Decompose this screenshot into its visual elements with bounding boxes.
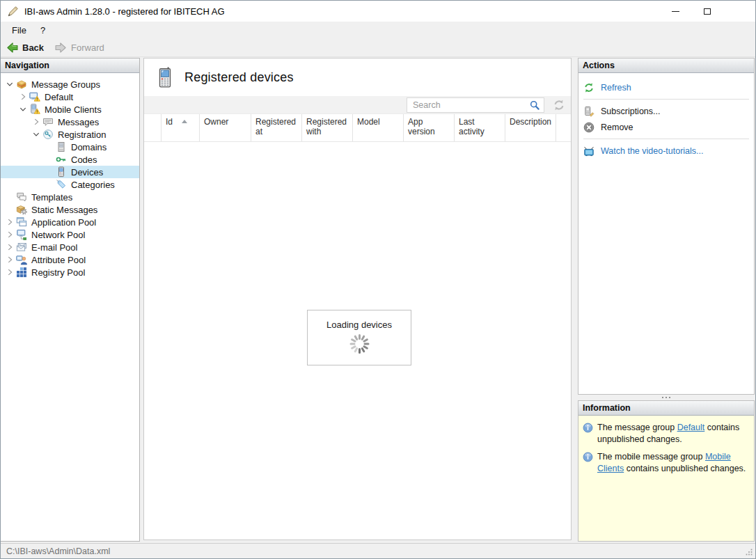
info-message-text: The mobile message group Mobile Clients … [597,451,748,474]
registration-icon [42,129,54,140]
panel-splitter[interactable] [578,395,755,400]
action-label: Remove [601,123,633,132]
resize-grip-icon[interactable] [744,547,754,557]
close-button[interactable] [723,1,755,22]
column-header-id[interactable]: Id [162,114,200,141]
action-remove[interactable]: Remove [578,119,754,135]
tree-item-label: Network Pool [31,230,85,240]
window-controls [659,1,755,22]
expander-collapsed-icon[interactable] [3,216,16,228]
column-header-model[interactable]: Model [353,114,404,141]
tree-item-message-groups[interactable]: Message Groups [1,78,139,90]
tree-item-registration[interactable]: Registration [1,128,139,141]
domains-icon [56,141,68,152]
side-column: Actions RefreshSubscriptions...RemoveWat… [578,58,755,542]
info-text: contains unpublished changes. [624,464,746,473]
column-header-registered-at[interactable]: Registered at [251,114,302,141]
messages-icon [42,116,54,127]
tree-item-attribute-pool[interactable]: Attribute Pool [1,253,139,266]
navigation-tree: Message GroupsDefaultMobile ClientsMessa… [1,73,139,541]
information-header: Information [578,401,754,416]
title-bar: IBI-aws Admin 1.28.0 - registered for IB… [1,1,755,22]
tree-item-application-pool[interactable]: Application Pool [1,216,139,228]
remove-icon [583,122,594,133]
tree-item-e-mail-pool[interactable]: E-mail Pool [1,241,139,253]
expander-collapsed-icon[interactable] [3,267,16,278]
menu-item-file[interactable]: File [5,22,33,39]
info-icon [583,452,593,474]
information-panel: Information The message group Default co… [578,400,755,542]
codes-icon [56,154,68,165]
column-header-last-activity[interactable]: Last activity [455,114,505,141]
tree-item-messages[interactable]: Messages [1,116,139,128]
column-header-owner[interactable]: Owner [200,114,251,141]
tree-item-label: Mobile Clients [45,104,102,115]
minimize-button[interactable] [659,1,691,22]
expander-collapsed-icon[interactable] [3,242,16,253]
search-input[interactable] [407,100,529,110]
tree-item-default[interactable]: Default [1,90,139,103]
expander-spacer [42,154,56,165]
tree-item-label: Registry Pool [31,267,85,278]
info-message: The mobile message group Mobile Clients … [583,451,748,474]
tree-item-templates[interactable]: Templates [1,191,139,203]
column-header-description[interactable]: Description [505,114,556,141]
column-header-label: Last activity [459,117,501,137]
info-link-default[interactable]: Default [677,423,705,432]
maximize-button[interactable] [691,1,723,22]
tree-item-codes[interactable]: Codes [1,153,139,166]
mobile-warning-icon [29,104,41,115]
information-list: The message group Default contains unpub… [578,416,754,541]
tree-item-label: Default [45,92,73,102]
actions-list: RefreshSubscriptions...RemoveWatch the v… [578,73,754,394]
action-refresh[interactable]: Refresh [578,79,754,95]
nav-toolbar: BackForward [1,39,755,57]
templates-icon [16,191,28,203]
mobile-phone-icon [157,67,173,88]
expander-expanded-icon[interactable] [29,129,42,140]
expander-collapsed-icon[interactable] [16,91,29,102]
action-label: Refresh [601,83,631,93]
action-watch-the-video-tutorials[interactable]: Watch the video-tutorials... [578,143,754,159]
expander-expanded-icon[interactable] [16,104,29,115]
forward-label: Forward [71,42,104,53]
tree-item-categories[interactable]: Categories [1,178,139,191]
action-subscriptions[interactable]: Subscriptions... [578,103,754,119]
refresh-grid-icon[interactable] [553,99,565,111]
forward-button[interactable]: Forward [55,42,104,54]
navigation-panel: Navigation Message GroupsDefaultMobile C… [1,58,140,542]
tree-item-label: Categories [71,180,115,190]
expander-spacer [42,179,56,190]
window-title: IBI-aws Admin 1.28.0 - registered for IB… [24,6,225,17]
tree-item-static-messages[interactable]: Static Messages [1,203,139,216]
categories-icon [56,179,68,190]
grid-toolbar [144,96,571,114]
status-path: C:\IBI-aws\Admin\Data.xml [6,546,110,556]
tree-item-devices[interactable]: Devices [1,166,139,178]
devices-icon [56,166,68,178]
column-header-label: Id [166,117,173,127]
maximize-icon [704,8,711,15]
tree-item-label: Static Messages [31,205,97,215]
tree-item-mobile-clients[interactable]: Mobile Clients [1,103,139,116]
column-header-registered-with[interactable]: Registered with [302,114,353,141]
column-header-label: Model [357,117,380,127]
search-icon[interactable] [529,100,540,111]
column-header-app-version[interactable]: App version [404,114,455,141]
expander-expanded-icon[interactable] [3,79,16,90]
info-text: The message group [597,423,677,432]
tree-item-network-pool[interactable]: Network Pool [1,228,139,241]
expander-collapsed-icon[interactable] [3,254,16,265]
expander-collapsed-icon[interactable] [3,229,16,240]
expander-spacer [42,141,56,152]
navigation-header: Navigation [1,58,139,73]
info-text: The mobile message group [597,452,705,462]
video-tutorials-icon [583,145,594,157]
menu-item-help[interactable]: ? [33,22,52,39]
back-button[interactable]: Back [6,42,44,54]
column-header-label: Description [510,117,551,127]
expander-collapsed-icon[interactable] [29,116,42,127]
loading-text: Loading devices [308,320,411,330]
tree-item-domains[interactable]: Domains [1,141,139,153]
tree-item-registry-pool[interactable]: Registry Pool [1,266,139,278]
